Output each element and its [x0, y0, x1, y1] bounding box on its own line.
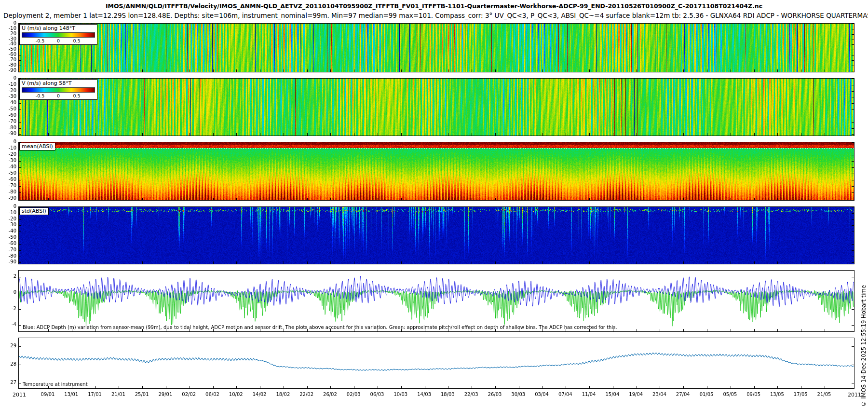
y-tick-label: -60	[1, 241, 16, 246]
temperature-line-plot	[19, 338, 854, 388]
y-tick-label: -40	[1, 228, 16, 233]
x-tick-label: 10/02	[229, 392, 243, 397]
colorbar-tick: 0.5	[73, 38, 80, 44]
y-tick-label: -10	[1, 210, 16, 215]
x-tick-label: 14/03	[417, 392, 431, 397]
y-tick-label: -90	[1, 68, 16, 73]
y-tick-label: -80	[1, 189, 16, 194]
x-tick-label: 22/03	[464, 392, 478, 397]
x-tick-label: 03/04	[535, 392, 549, 397]
x-tick-label: 01/05	[700, 392, 714, 397]
y-tick-label: -20	[1, 88, 16, 93]
v-velocity-title: V (m/s) along 58°T	[22, 80, 95, 87]
y-tick-label: -50	[1, 234, 16, 240]
panel-depth-variation: Blue: ADCP Depth (m) variation from sens…	[18, 270, 854, 332]
x-tick-label: 07/04	[558, 392, 572, 397]
y-tick-label: -30	[1, 94, 16, 99]
u-velocity-legend: U (m/s) along 148°T -0.5 0 0.5	[19, 24, 97, 45]
x-axis-year-label: 2011	[848, 392, 861, 398]
x-tick-label: 19/04	[629, 392, 643, 397]
y-tick-label: 0	[1, 20, 16, 26]
x-tick-label: 13/05	[770, 392, 784, 397]
x-tick-label: 18/03	[441, 392, 455, 397]
x-tick-label: 21/01	[111, 392, 125, 397]
x-tick-label: 26/03	[488, 392, 502, 397]
depth-variation-note: Blue: ADCP Depth (m) variation from sens…	[23, 325, 617, 330]
x-tick-label: 17/05	[794, 392, 808, 397]
panel-u-velocity: U (m/s) along 148°T -0.5 0 0.5	[18, 23, 854, 72]
u-velocity-title: U (m/s) along 148°T	[22, 25, 95, 32]
y-tick-label: -30	[1, 36, 16, 41]
x-tick-label: 09/05	[746, 392, 760, 397]
x-tick-label: 13/01	[64, 392, 78, 397]
v-velocity-legend: V (m/s) along 58°T -0.5 0 0.5	[19, 79, 97, 100]
y-tick-label: -50	[1, 46, 16, 52]
x-tick-label: 10/03	[393, 392, 407, 397]
y-tick-label: 0	[1, 75, 16, 81]
y-tick-label: -60	[1, 112, 16, 118]
y-tick-label: -70	[1, 57, 16, 62]
x-tick-label: 27/04	[676, 392, 690, 397]
y-tick-label: 29	[1, 343, 16, 348]
colorbar-tick: -0.5	[36, 93, 45, 99]
panel-v-velocity: V (m/s) along 58°T -0.5 0 0.5	[18, 78, 854, 136]
y-tick-label: -90	[1, 131, 16, 136]
colorbar-tick: 0.5	[73, 93, 80, 99]
x-tick-label: 11/04	[582, 392, 596, 397]
adcp-diagnostics-figure: IMOS/ANMN/QLD/ITFFTB/Velocity/IMOS_ANMN-…	[0, 0, 868, 410]
y-tick-label: -2	[1, 306, 16, 311]
y-tick-label: -70	[1, 119, 16, 124]
x-tick-label: 15/04	[605, 392, 619, 397]
depth-variation-lines	[19, 271, 854, 331]
x-tick-label: 26/02	[323, 392, 337, 397]
y-tick-label: -70	[1, 247, 16, 252]
x-tick-label: 17/01	[88, 392, 102, 397]
panel-std-absi: std(ABSI)	[18, 206, 854, 264]
y-tick-label: -80	[1, 125, 16, 130]
y-tick-label: -30	[1, 158, 16, 163]
x-tick-label: 22/02	[299, 392, 313, 397]
figure-title: IMOS/ANMN/QLD/ITFFTB/Velocity/IMOS_ANMN-…	[0, 2, 868, 10]
mean-absi-title: mean(ABSI)	[19, 143, 55, 150]
x-tick-label: 06/03	[370, 392, 384, 397]
y-tick-label: -90	[1, 195, 16, 201]
v-colorbar-ticks: -0.5 0 0.5	[22, 93, 95, 98]
y-tick-label: -30	[1, 222, 16, 227]
y-tick-label: -80	[1, 253, 16, 259]
u-velocity-heatmap	[19, 24, 854, 72]
v-velocity-heatmap	[19, 79, 854, 136]
y-tick-label: -40	[1, 41, 16, 46]
colorbar-tick: 0	[57, 93, 60, 99]
x-tick-label: 14/02	[253, 392, 267, 397]
x-tick-label: 06/02	[205, 392, 219, 397]
y-tick-label: 2	[1, 273, 16, 279]
y-tick-label: -80	[1, 62, 16, 68]
u-colorbar	[22, 32, 95, 38]
y-tick-label: -4	[1, 322, 16, 327]
figure-subtitle: Deployment 2, member 1 lat=12.29S lon=12…	[3, 12, 868, 19]
panel-mean-absi: mean(ABSI)	[18, 142, 854, 201]
y-tick-label: -20	[1, 31, 16, 36]
panel-temperature: Temperature at instrument	[18, 338, 854, 389]
y-tick-label: -10	[1, 82, 16, 87]
y-tick-label: -60	[1, 177, 16, 182]
x-tick-label: 05/05	[723, 392, 737, 397]
x-tick-label: 30/03	[511, 392, 525, 397]
x-tick-label: 02/03	[347, 392, 361, 397]
y-tick-label: -50	[1, 170, 16, 176]
x-tick-label: 21/05	[817, 392, 831, 397]
y-tick-label: -90	[1, 259, 16, 264]
x-axis-year-label: 2011	[13, 392, 26, 398]
y-tick-label: -40	[1, 100, 16, 105]
y-tick-label: 0	[1, 204, 16, 209]
y-tick-label: 27	[1, 380, 16, 385]
x-tick-label: 25/01	[135, 392, 149, 397]
x-tick-label: 23/04	[652, 392, 666, 397]
temperature-label: Temperature at instrument	[23, 382, 88, 387]
colorbar-tick: 0	[57, 38, 60, 44]
x-tick-label: 18/02	[276, 392, 290, 397]
mean-absi-heatmap	[19, 142, 854, 200]
x-tick-label: 02/02	[182, 392, 196, 397]
y-tick-label: -20	[1, 216, 16, 221]
std-absi-heatmap	[19, 207, 854, 264]
